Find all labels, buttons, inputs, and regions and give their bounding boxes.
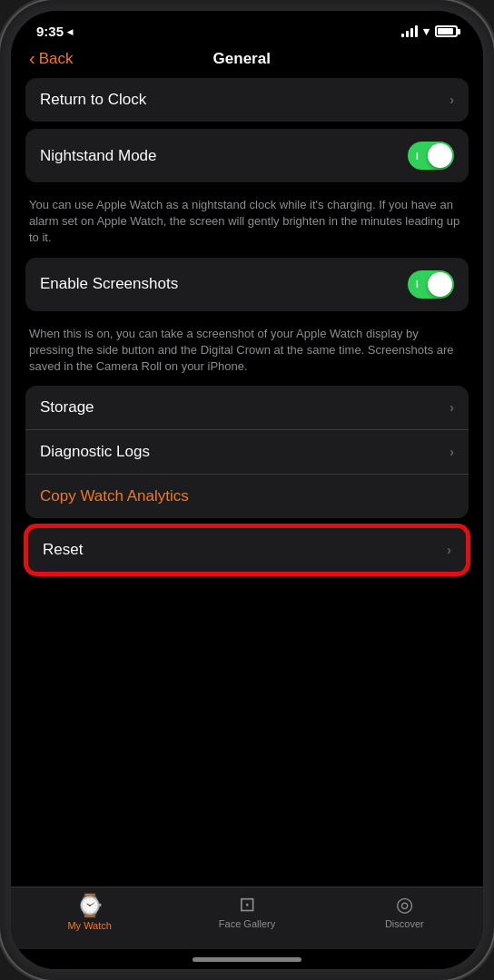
toggle-knob	[428, 143, 452, 168]
return-to-clock-item[interactable]: Return to Clock ›	[25, 78, 469, 122]
toggle-knob2	[428, 272, 452, 297]
face-gallery-label: Face Gallery	[219, 918, 275, 929]
reset-item[interactable]: Reset ›	[28, 528, 466, 572]
tab-my-watch[interactable]: ⌚ My Watch	[11, 895, 168, 931]
diagnostic-logs-label: Diagnostic Logs	[40, 443, 450, 461]
copy-watch-analytics-label: Copy Watch Analytics	[40, 487, 189, 505]
tab-bar: ⌚ My Watch ⊡ Face Gallery ◎ Discover	[11, 887, 483, 949]
wifi-icon: ▾	[423, 24, 430, 38]
toggle-i-label: I	[416, 151, 419, 161]
signal-bars	[401, 25, 418, 37]
diagnostic-logs-item[interactable]: Diagnostic Logs ›	[25, 430, 469, 475]
return-to-clock-group: Return to Clock ›	[25, 78, 469, 122]
discover-label: Discover	[385, 918, 424, 929]
reset-label: Reset	[43, 541, 447, 559]
enable-screenshots-item[interactable]: Enable Screenshots I	[25, 258, 469, 311]
nav-bar: ‹ Back General	[11, 43, 483, 78]
back-label: Back	[39, 50, 74, 68]
face-gallery-icon: ⊡	[239, 895, 255, 915]
battery-icon	[435, 25, 458, 37]
storage-group: Storage › Diagnostic Logs › Copy Watch A…	[25, 386, 469, 518]
discover-icon: ◎	[396, 895, 413, 915]
copy-watch-analytics-item[interactable]: Copy Watch Analytics	[25, 475, 469, 518]
nightstand-toggle[interactable]: I	[408, 142, 454, 170]
back-button[interactable]: ‹ Back	[29, 48, 73, 69]
home-bar	[193, 957, 301, 962]
nightstand-group: Nightstand Mode I	[25, 129, 469, 182]
nightstand-mode-item[interactable]: Nightstand Mode I	[25, 129, 469, 182]
my-watch-icon: ⌚	[76, 895, 104, 916]
reset-chevron-icon: ›	[447, 543, 451, 557]
chevron-left-icon: ‹	[29, 48, 35, 69]
storage-label: Storage	[40, 398, 450, 416]
toggle-i-label2: I	[416, 279, 419, 289]
reset-group: Reset ›	[25, 525, 469, 574]
page-title: General	[73, 50, 410, 68]
screenshots-group: Enable Screenshots I	[25, 258, 469, 311]
tab-discover[interactable]: ◎ Discover	[326, 895, 483, 929]
storage-chevron-icon: ›	[450, 400, 454, 415]
diagnostic-chevron-icon: ›	[450, 445, 454, 459]
chevron-right-icon: ›	[450, 93, 454, 107]
nightstand-mode-label: Nightstand Mode	[40, 147, 408, 165]
screenshots-toggle[interactable]: I	[408, 270, 454, 299]
tab-face-gallery[interactable]: ⊡ Face Gallery	[168, 895, 325, 929]
home-indicator	[11, 949, 483, 969]
time-display: 9:35	[36, 24, 64, 39]
return-to-clock-label: Return to Clock	[40, 91, 450, 109]
location-icon: ◂	[67, 25, 73, 38]
nightstand-description: You can use Apple Watch as a nightstand …	[25, 190, 469, 258]
screenshots-description: When this is on, you can take a screensh…	[25, 318, 469, 387]
my-watch-label: My Watch	[67, 920, 112, 931]
content-area: Return to Clock › Nightstand Mode I You …	[11, 78, 483, 887]
enable-screenshots-label: Enable Screenshots	[40, 275, 408, 293]
notch	[188, 11, 306, 33]
storage-item[interactable]: Storage ›	[25, 386, 469, 430]
